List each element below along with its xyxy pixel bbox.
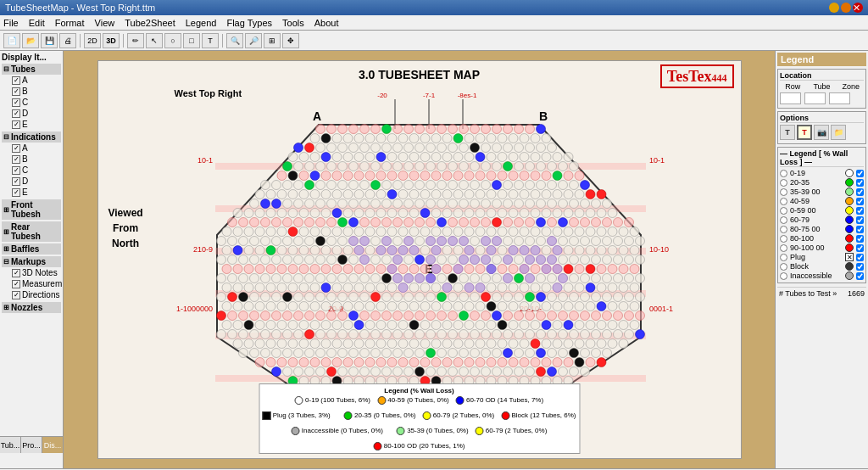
indications-expand-icon[interactable]: ⊟ <box>3 133 9 141</box>
tubes-item-e[interactable]: ✓E <box>2 119 61 130</box>
text-tool[interactable]: T <box>202 33 219 48</box>
location-tube-input[interactable] <box>804 92 826 104</box>
markups-measurement[interactable]: ✓Measurem <box>2 278 61 289</box>
menu-format[interactable]: Format <box>55 18 85 28</box>
markups-expand-icon[interactable]: ⊟ <box>3 258 9 266</box>
maximize-button[interactable] <box>841 3 851 13</box>
tubes-section-title[interactable]: ⊟ Tubes <box>2 64 61 75</box>
new-button[interactable]: 📄 <box>3 33 20 48</box>
option-btn-camera[interactable]: 📷 <box>814 125 829 140</box>
indications-item-c[interactable]: ✓C <box>2 165 61 176</box>
ind-d-checkbox[interactable]: ✓ <box>12 177 20 186</box>
ind-e-checkbox[interactable]: ✓ <box>12 188 20 197</box>
legend-radio-plug[interactable] <box>780 254 787 261</box>
tubes-e-checkbox[interactable]: ✓ <box>12 120 20 129</box>
tubes-c-checkbox[interactable]: ✓ <box>12 98 20 107</box>
baffles-title[interactable]: ⊞ Baffles <box>2 243 61 255</box>
ind-c-checkbox[interactable]: ✓ <box>12 166 20 175</box>
legend-check-inaccessible[interactable] <box>856 272 864 280</box>
legend-radio-80-75[interactable] <box>780 226 787 233</box>
tubes-item-a[interactable]: ✓A <box>2 75 61 86</box>
rear-ts-expand-icon[interactable]: ⊞ <box>3 228 9 236</box>
ind-a-checkbox[interactable]: ✓ <box>12 144 20 153</box>
legend-check-80-100[interactable] <box>856 235 864 243</box>
front-tubesheet-title[interactable]: ⊞ Front Tubesh <box>2 199 61 220</box>
tubes-item-c[interactable]: ✓C <box>2 97 61 108</box>
tab-tubes[interactable]: Tub... <box>0 437 21 453</box>
save-button[interactable]: 💾 <box>41 33 58 48</box>
markups-title[interactable]: ⊟ Markups <box>2 256 61 267</box>
print-button[interactable]: 🖨 <box>59 33 76 48</box>
front-ts-expand-icon[interactable]: ⊞ <box>3 206 9 214</box>
legend-radio-90-100[interactable] <box>780 244 787 252</box>
menu-about[interactable]: About <box>314 18 339 28</box>
legend-check-0-59[interactable] <box>856 207 864 215</box>
legend-radio-block[interactable] <box>780 263 787 271</box>
legend-check-20-35[interactable] <box>856 179 864 187</box>
legend-check-60-79[interactable] <box>856 216 864 224</box>
legend-radio-inaccessible[interactable] <box>780 272 787 280</box>
legend-radio-40-59[interactable] <box>780 198 787 205</box>
indications-item-e[interactable]: ✓E <box>2 187 61 198</box>
indications-item-b[interactable]: ✓B <box>2 154 61 165</box>
menu-tools[interactable]: Tools <box>282 18 304 28</box>
legend-check-block[interactable] <box>856 263 864 271</box>
2d-button[interactable]: 2D <box>84 33 101 48</box>
legend-radio-60-79[interactable] <box>780 216 787 224</box>
menu-view[interactable]: View <box>95 18 115 28</box>
ind-b-checkbox[interactable]: ✓ <box>12 155 20 164</box>
option-btn-folder[interactable]: 📁 <box>831 125 846 140</box>
markups-3dnotes[interactable]: ✓3D Notes <box>2 267 61 278</box>
tubes-item-d[interactable]: ✓D <box>2 108 61 119</box>
nozzles-expand-icon[interactable]: ⊞ <box>3 304 9 311</box>
zoom-in-button[interactable]: 🔍 <box>226 33 243 48</box>
legend-check-35-39[interactable] <box>856 188 864 196</box>
markups-meas-checkbox[interactable]: ✓ <box>12 280 20 288</box>
3d-button[interactable]: 3D <box>103 33 120 48</box>
close-button[interactable]: ✕ <box>853 3 863 13</box>
tab-display[interactable]: Dis... <box>42 437 64 453</box>
legend-check-90-100[interactable] <box>856 244 864 252</box>
tubes-b-checkbox[interactable]: ✓ <box>12 87 20 96</box>
zoom-out-button[interactable]: 🔎 <box>245 33 262 48</box>
menu-legend[interactable]: Legend <box>186 18 217 28</box>
baffles-expand-icon[interactable]: ⊞ <box>3 245 9 253</box>
location-zone-input[interactable] <box>829 92 850 104</box>
move-tool[interactable]: ✥ <box>282 33 299 48</box>
menu-tube2sheet[interactable]: Tube2Sheet <box>125 18 175 28</box>
minimize-button[interactable] <box>829 3 839 13</box>
indications-item-a[interactable]: ✓A <box>2 143 61 154</box>
location-row-input[interactable] <box>780 92 801 104</box>
legend-check-0-19[interactable] <box>856 170 864 177</box>
menu-edit[interactable]: Edit <box>29 18 45 28</box>
legend-radio-80-100[interactable] <box>780 235 787 243</box>
markups-directions[interactable]: ✓Directions <box>2 289 61 300</box>
tubes-d-checkbox[interactable]: ✓ <box>12 109 20 118</box>
legend-radio-35-39[interactable] <box>780 188 787 196</box>
fit-button[interactable]: ⊞ <box>264 33 281 48</box>
markups-3dnotes-checkbox[interactable]: ✓ <box>12 269 20 277</box>
nozzles-title[interactable]: ⊞ Nozzles <box>2 302 61 313</box>
rect-tool[interactable]: □ <box>183 33 200 48</box>
tubes-a-checkbox[interactable]: ✓ <box>12 76 20 85</box>
legend-radio-0-59[interactable] <box>780 207 787 215</box>
rear-tubesheet-title[interactable]: ⊞ Rear Tubesh <box>2 221 61 242</box>
tab-properties[interactable]: Pro... <box>21 437 42 453</box>
legend-check-40-59[interactable] <box>856 198 864 205</box>
indications-item-d[interactable]: ✓D <box>2 176 61 187</box>
indications-section-title[interactable]: ⊟ Indications <box>2 131 61 143</box>
menu-flagtypes[interactable]: Flag Types <box>226 18 272 28</box>
legend-check-plug[interactable] <box>856 254 864 261</box>
legend-radio-20-35[interactable] <box>780 179 787 187</box>
pencil-tool[interactable]: ✏ <box>127 33 144 48</box>
window-controls[interactable]: ✕ <box>829 3 863 13</box>
legend-radio-0-19[interactable] <box>780 170 787 177</box>
option-btn-2[interactable]: T <box>797 125 812 140</box>
markups-dir-checkbox[interactable]: ✓ <box>12 291 20 299</box>
menu-file[interactable]: File <box>3 18 19 28</box>
tubes-item-b[interactable]: ✓B <box>2 86 61 97</box>
arrow-tool[interactable]: ↖ <box>146 33 163 48</box>
legend-check-80-75[interactable] <box>856 226 864 233</box>
circle-tool[interactable]: ○ <box>164 33 181 48</box>
option-btn-1[interactable]: T <box>780 125 795 140</box>
